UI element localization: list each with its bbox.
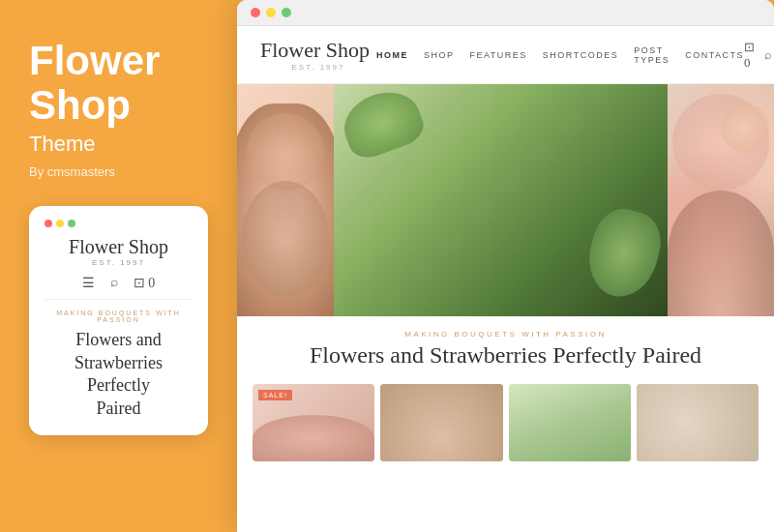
site-logo-container: Flower Shop EST. 1997	[260, 38, 376, 72]
theme-subtitle: Theme	[29, 132, 208, 157]
below-hero: Making Bouquets With Passion Flowers and…	[237, 316, 774, 376]
browser-dot-yellow	[266, 8, 276, 17]
browser-content: Flower Shop EST. 1997 HOME SHOP FEATURES…	[237, 26, 774, 532]
product-row: Sale!	[237, 376, 774, 463]
site-header: Flower Shop EST. 1997 HOME SHOP FEATURES…	[237, 26, 774, 84]
theme-title: Flower Shop Theme By cmsmasters	[29, 39, 208, 179]
section-tagline: Making Bouquets With Passion	[260, 330, 751, 339]
mobile-dot-green	[68, 220, 75, 227]
mobile-nav-icons: ☰ ⌕ ⊡ 0	[45, 275, 193, 300]
mobile-dot-yellow	[56, 220, 64, 227]
mobile-window-controls	[45, 220, 193, 227]
cart-icon[interactable]: ⊡ 0	[744, 40, 755, 71]
browser-panel: Flower Shop EST. 1997 HOME SHOP FEATURES…	[237, 0, 774, 532]
mobile-logo-sub: EST. 1997	[45, 258, 193, 267]
mobile-search-icon: ⌕	[110, 275, 118, 291]
nav-home[interactable]: HOME	[376, 50, 408, 60]
mobile-preview-card: Flower Shop EST. 1997 ☰ ⌕ ⊡ 0 Making Bou…	[29, 206, 208, 435]
mobile-cart-icon: ⊡ 0	[134, 275, 156, 291]
nav-shortcodes[interactable]: SHORTCODES	[543, 50, 618, 60]
hero-image-right	[668, 84, 774, 316]
theme-author: By cmsmasters	[29, 164, 208, 179]
left-panel: Flower Shop Theme By cmsmasters Flower S…	[0, 0, 237, 532]
mobile-dot-red	[45, 220, 52, 227]
mobile-logo: Flower Shop	[45, 237, 193, 256]
site-logo-sub: EST. 1997	[260, 63, 376, 72]
nav-shop[interactable]: SHOP	[424, 50, 455, 60]
hero-image-left	[237, 84, 334, 316]
product-card-2[interactable]	[380, 384, 502, 461]
title-line2: Shop	[29, 83, 208, 128]
nav-post-types[interactable]: POST TYPES	[634, 45, 670, 65]
browser-dot-red	[251, 8, 260, 17]
hero-section: Wedding florist Your wedding flowers may…	[237, 84, 774, 316]
mobile-heading: Flowers andStrawberriesPerfectlyPaired	[45, 329, 193, 420]
hero-center: Wedding florist Your wedding flowers may…	[334, 84, 668, 316]
mobile-tagline: Making Bouquets With Passion	[45, 310, 193, 323]
title-line1: Flower	[29, 39, 208, 83]
product-card-1[interactable]: Sale!	[253, 384, 374, 461]
nav-features[interactable]: FEATURES	[470, 50, 527, 60]
site-logo[interactable]: Flower Shop	[260, 38, 376, 63]
product-card-4[interactable]	[637, 384, 759, 461]
product-card-3[interactable]	[509, 384, 631, 461]
nav-contacts[interactable]: CONTACTS	[685, 50, 744, 60]
header-icons: ⊡ 0 ⌕	[744, 40, 772, 71]
mobile-menu-icon: ☰	[82, 275, 95, 291]
section-heading: Flowers and Strawberries Perfectly Paire…	[260, 342, 751, 369]
browser-dot-green	[282, 8, 291, 17]
sale-badge: Sale!	[258, 390, 292, 400]
search-icon[interactable]: ⌕	[764, 47, 772, 63]
site-nav: HOME SHOP FEATURES SHORTCODES POST TYPES…	[376, 45, 744, 65]
browser-bar	[237, 0, 774, 26]
